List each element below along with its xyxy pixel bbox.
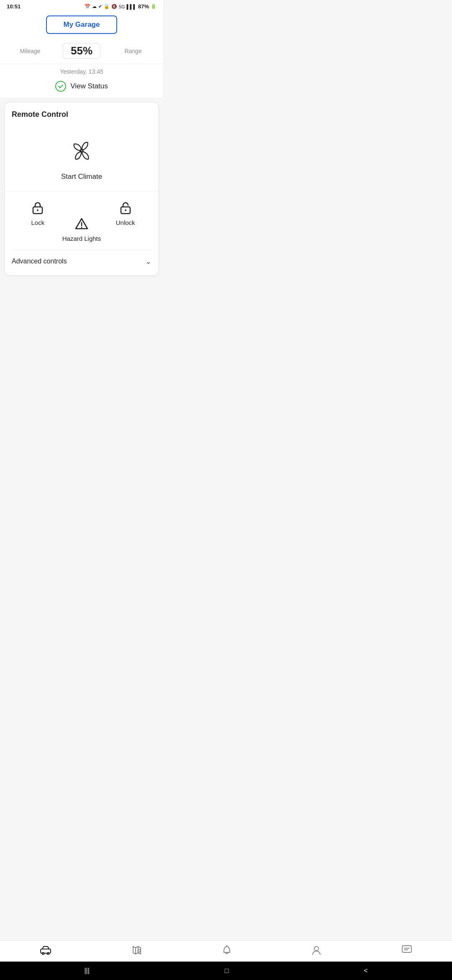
remote-control-card: Remote Control Start Climate Lock [5, 103, 158, 275]
advanced-controls-toggle[interactable]: Advanced controls ⌄ [12, 250, 152, 268]
battery-display: 55% [63, 43, 100, 59]
svg-point-0 [80, 149, 83, 152]
my-garage-button[interactable]: My Garage [46, 15, 118, 34]
remote-control-title: Remote Control [12, 110, 152, 119]
hazard-icon [74, 217, 89, 231]
battery-center: 55% [54, 43, 110, 59]
status-time: 10:51 [7, 3, 21, 10]
svg-point-4 [81, 227, 82, 228]
signal-icon: ▌▌▌ [127, 4, 136, 9]
lock-icon [30, 200, 45, 215]
cloud-icon: ☁ [92, 4, 97, 9]
hazard-label: Hazard Lights [62, 235, 101, 242]
start-climate-label: Start Climate [61, 173, 102, 181]
svg-point-6 [125, 209, 126, 211]
network-icon: 5G [119, 4, 125, 9]
check-icon: ✔ [98, 4, 102, 9]
lock-status-icon: 🔒 [104, 4, 110, 9]
start-climate-button[interactable]: Start Climate [12, 127, 152, 191]
status-bar: 10:51 📅 ☁ ✔ 🔒 🔇 5G ▌▌▌ 87% 🔋 [0, 0, 163, 11]
lock-button[interactable]: Lock [16, 200, 60, 226]
controls-row: Lock Hazard Lights Unlock [12, 191, 152, 246]
last-updated: Yesterday, 13:45 [0, 64, 163, 77]
unlock-button[interactable]: Unlock [103, 200, 147, 226]
chevron-down-icon: ⌄ [145, 257, 152, 266]
status-icons: 📅 ☁ ✔ 🔒 🔇 5G ▌▌▌ 87% 🔋 [85, 3, 157, 10]
header: My Garage [0, 11, 163, 40]
mute-icon: 🔇 [111, 4, 117, 9]
calendar-icon: 📅 [85, 4, 90, 9]
fan-icon [67, 136, 97, 166]
hazard-lights-button[interactable]: Hazard Lights [60, 200, 104, 242]
view-status-row[interactable]: View Status [0, 77, 163, 98]
unlock-label: Unlock [116, 219, 135, 226]
battery-icon: 🔋 [151, 4, 157, 9]
range-label: Range [110, 48, 157, 54]
svg-point-2 [37, 209, 39, 211]
unlock-icon [118, 200, 133, 215]
advanced-controls-label: Advanced controls [12, 258, 67, 265]
battery-section: Mileage 55% Range [0, 40, 163, 64]
battery-percent: 87% [138, 3, 149, 10]
lock-label: Lock [31, 219, 44, 226]
view-status-text: View Status [70, 82, 108, 90]
mileage-label: Mileage [7, 48, 54, 54]
status-check-icon [55, 81, 66, 92]
